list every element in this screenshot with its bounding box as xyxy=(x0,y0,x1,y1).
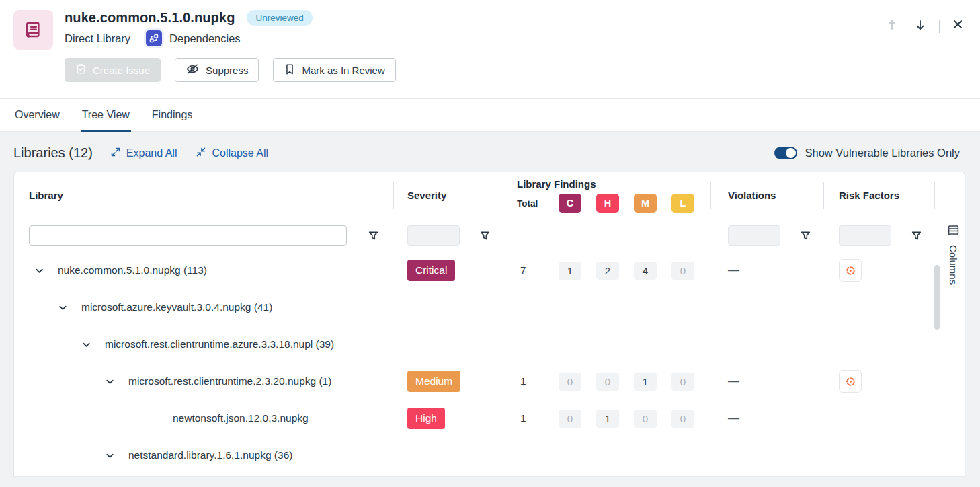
chevron-down-icon[interactable] xyxy=(34,266,44,276)
violations-filter-funnel-icon[interactable] xyxy=(798,228,813,244)
close-icon[interactable] xyxy=(949,15,967,33)
findings-count-h: 0 xyxy=(596,373,619,391)
table-row: microsoft.azure.keyvault.3.0.4.nupkg (41… xyxy=(14,289,942,326)
table-row: microsoft.rest.clientruntime.2.3.20.nupk… xyxy=(14,363,942,400)
library-type-label: Direct Library xyxy=(65,32,130,45)
filter-row xyxy=(14,219,942,252)
findings-count-m: 4 xyxy=(634,262,657,280)
libraries-count-title: Libraries (12) xyxy=(13,145,93,161)
bookmark-icon xyxy=(284,63,296,77)
columns-button[interactable]: Columns xyxy=(942,172,965,476)
chevron-down-icon[interactable] xyxy=(105,451,115,461)
findings-count-l: 0 xyxy=(671,373,694,391)
panel-header: nuke.common.5.1.0.nupkg Unreviewed Direc… xyxy=(0,0,980,98)
status-badge: Unreviewed xyxy=(247,10,312,26)
library-filter-input[interactable] xyxy=(29,225,347,246)
severity-chip-l[interactable]: L xyxy=(671,194,694,213)
column-header-risk-factors[interactable]: Risk Factors xyxy=(824,172,935,219)
dependencies-icon xyxy=(146,30,162,46)
vertical-scrollbar[interactable] xyxy=(934,265,940,330)
table-row: netstandard.library.1.6.1.nupkg (36) xyxy=(14,437,942,474)
findings-count-c: 0 xyxy=(559,410,581,428)
findings-count-c: 0 xyxy=(559,373,581,391)
findings-count-h: 1 xyxy=(596,410,619,428)
severity-badge: High xyxy=(407,408,445,429)
next-arrow-down-icon[interactable] xyxy=(911,15,930,34)
mark-in-review-button[interactable]: Mark as In Review xyxy=(273,58,395,82)
chevron-down-icon[interactable] xyxy=(81,340,91,350)
table-row: newtonsoft.json.12.0.3.nupkgHigh10100— xyxy=(14,400,942,437)
findings-total: 1 xyxy=(517,375,559,387)
dependencies-label: Dependencies xyxy=(169,32,241,45)
create-issue-button[interactable]: Create Issue xyxy=(65,58,161,82)
collapse-all-button[interactable]: Collapse All xyxy=(196,147,268,160)
column-header-library[interactable]: Library xyxy=(14,172,394,219)
violations-filter-input xyxy=(728,225,780,246)
column-header-library-findings: Library Findings Total CHML xyxy=(503,172,711,219)
library-name[interactable]: nuke.common.5.1.0.nupkg (113) xyxy=(58,264,207,276)
columns-label: Columns xyxy=(948,245,959,285)
tab-findings[interactable]: Findings xyxy=(151,99,194,131)
divider xyxy=(138,32,138,45)
library-name[interactable]: microsoft.rest.clientruntime.azure.3.3.1… xyxy=(105,338,334,350)
chevron-down-icon[interactable] xyxy=(58,303,68,313)
page-title: nuke.common.5.1.0.nupkg xyxy=(65,10,235,26)
severity-badge: Medium xyxy=(407,371,460,392)
column-header-severity[interactable]: Severity xyxy=(394,172,503,219)
expand-all-button[interactable]: Expand All xyxy=(110,147,177,160)
severity-badge: Critical xyxy=(407,260,455,281)
expand-all-icon xyxy=(110,147,121,160)
library-name[interactable]: microsoft.azure.keyvault.3.0.4.nupkg (41… xyxy=(81,301,272,313)
create-issue-icon xyxy=(75,63,87,77)
column-header-violations[interactable]: Violations xyxy=(711,172,824,219)
findings-count-m: 0 xyxy=(634,410,657,428)
risk-factor-target-icon[interactable] xyxy=(839,370,862,393)
severity-chip-h[interactable]: H xyxy=(596,194,619,213)
findings-total: 1 xyxy=(517,412,559,424)
findings-count-m: 1 xyxy=(634,373,657,391)
violations-value: — xyxy=(728,264,739,277)
eye-off-icon xyxy=(186,62,200,78)
library-filter-funnel-icon[interactable] xyxy=(366,228,381,244)
library-book-icon xyxy=(13,10,53,50)
findings-count-l: 0 xyxy=(671,262,694,280)
suppress-button[interactable]: Suppress xyxy=(175,58,259,82)
libraries-toolbar: Libraries (12) Expand All Collapse All S… xyxy=(0,132,980,161)
table-header: Library Severity Library Findings Total … xyxy=(14,172,942,219)
show-vulnerable-toggle[interactable] xyxy=(774,147,797,159)
library-name[interactable]: microsoft.rest.clientruntime.2.3.20.nupk… xyxy=(128,375,331,387)
risk-filter-input xyxy=(839,225,891,246)
show-vulnerable-label: Show Vulnerable Libraries Only xyxy=(805,147,960,159)
table-row: nuke.common.5.1.0.nupkg (113)Critical712… xyxy=(14,252,942,289)
findings-count-l: 0 xyxy=(671,410,694,428)
tab-overview[interactable]: Overview xyxy=(13,99,61,131)
divider xyxy=(939,20,940,33)
previous-arrow-up-icon[interactable] xyxy=(883,15,901,34)
violations-value: — xyxy=(728,375,739,388)
findings-count-h: 2 xyxy=(596,262,619,280)
findings-total: 7 xyxy=(517,264,559,276)
collapse-all-icon xyxy=(196,147,206,160)
library-name[interactable]: netstandard.library.1.6.1.nupkg (36) xyxy=(128,449,292,461)
tab-tree-view[interactable]: Tree View xyxy=(81,99,131,131)
table-row: microsoft.rest.clientruntime.azure.3.3.1… xyxy=(14,326,942,363)
column-header-total: Total xyxy=(517,198,559,209)
severity-chip-c[interactable]: C xyxy=(559,194,581,213)
chevron-down-icon[interactable] xyxy=(105,377,115,387)
risk-factor-target-icon[interactable] xyxy=(839,259,862,282)
findings-count-c: 1 xyxy=(559,262,581,280)
risk-filter-funnel-icon[interactable] xyxy=(909,228,924,244)
libraries-table-card: Library Severity Library Findings Total … xyxy=(13,172,965,476)
tree-view-content: Libraries (12) Expand All Collapse All S… xyxy=(0,132,980,487)
library-name[interactable]: newtonsoft.json.12.0.3.nupkg xyxy=(173,412,309,424)
severity-filter-funnel-icon[interactable] xyxy=(477,228,493,244)
severity-filter-input xyxy=(407,225,460,246)
tab-bar: Overview Tree View Findings xyxy=(0,98,980,132)
severity-chip-m[interactable]: M xyxy=(634,194,657,213)
columns-icon xyxy=(948,225,959,239)
violations-value: — xyxy=(728,412,739,425)
